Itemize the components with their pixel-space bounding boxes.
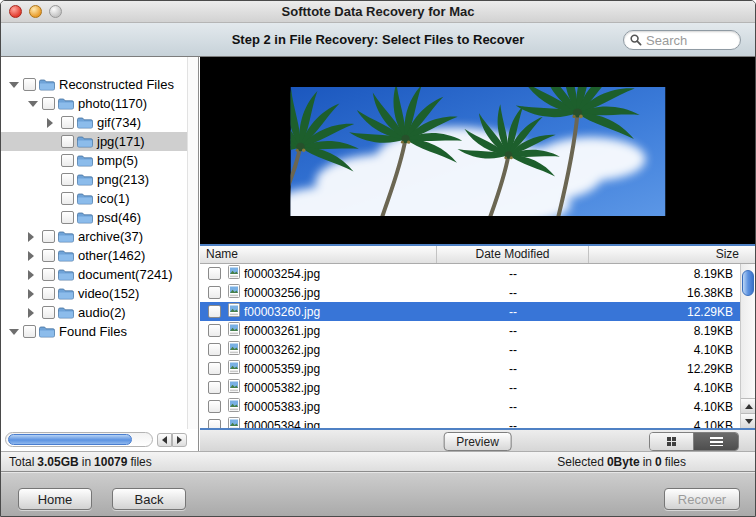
file-checkbox[interactable] [208,286,221,299]
tree-item-png-213[interactable]: png(213) [1,170,198,189]
tree-item-archive-37[interactable]: archive(37) [1,227,198,246]
file-checkbox[interactable] [208,267,221,280]
file-name: f00005382.jpg [244,381,320,395]
folder-icon [77,155,93,167]
tree-item-video-152[interactable]: video(152) [1,284,198,303]
search-input[interactable]: Search [623,30,741,50]
file-size: 12.29KB [589,305,755,319]
scroll-left-button[interactable] [157,433,172,447]
file-row-f00003261-jpg[interactable]: f00003261.jpg--8.19KB [200,321,755,340]
list-vertical-scrollbar[interactable] [740,264,755,428]
file-date-modified: -- [437,343,589,357]
view-grid-button[interactable] [650,433,694,450]
folder-checkbox[interactable] [42,97,55,110]
tree-item-document-7241[interactable]: document(7241) [1,265,198,284]
file-row-f00005384-jpg[interactable]: f00005384.jpg--4.10KB [200,416,755,428]
folder-checkbox[interactable] [42,287,55,300]
file-row-f00003254-jpg[interactable]: f00003254.jpg--8.19KB [200,264,755,283]
tree-item-label: psd(46) [97,210,141,225]
search-placeholder: Search [646,33,687,48]
disclosure-triangle-icon[interactable] [28,308,34,318]
tree-item-gif-734[interactable]: gif(734) [1,113,198,132]
folder-icon [58,231,74,243]
bottom-button-bar: Home Back Recover [1,472,755,517]
home-button[interactable]: Home [18,488,92,510]
disclosure-triangle-icon[interactable] [28,270,34,280]
file-checkbox[interactable] [208,343,221,356]
tree-item-ico-1[interactable]: ico(1) [1,189,198,208]
tree-item-found-files[interactable]: Found Files [1,322,198,341]
vertical-scrollbar-thumb[interactable] [742,270,754,296]
file-size: 12.29KB [589,362,755,376]
jpeg-file-icon [228,417,240,428]
file-checkbox[interactable] [208,324,221,337]
disclosure-triangle-icon[interactable] [9,329,19,335]
folder-checkbox[interactable] [61,154,74,167]
folder-icon [77,193,93,205]
file-list: f00003254.jpg--8.19KBf00003256.jpg--16.3… [200,264,755,428]
disclosure-triangle-icon[interactable] [28,289,34,299]
tree-item-label: video(152) [78,286,139,301]
column-header-date-modified[interactable]: Date Modified [437,246,589,263]
file-date-modified: -- [437,400,589,414]
folder-icon [58,98,74,110]
file-checkbox[interactable] [208,305,221,318]
tree-item-jpg-171[interactable]: jpg(171) [1,132,198,151]
file-row-f00003262-jpg[interactable]: f00003262.jpg--4.10KB [200,340,755,359]
column-header-name[interactable]: Name [200,246,437,263]
recover-button[interactable]: Recover [664,488,740,510]
file-checkbox[interactable] [208,362,221,375]
preview-image [290,87,665,216]
folder-checkbox[interactable] [42,268,55,281]
tree-item-label: other(1462) [78,248,145,263]
folder-checkbox[interactable] [61,211,74,224]
sidebar-vertical-scrollbar[interactable] [187,57,198,429]
file-size: 4.10KB [589,381,755,395]
tree-item-reconstructed-files[interactable]: Reconstructed Files [1,75,198,94]
disclosure-spacer [47,217,57,218]
file-row-f00003256-jpg[interactable]: f00003256.jpg--16.38KB [200,283,755,302]
file-checkbox[interactable] [208,381,221,394]
file-checkbox[interactable] [208,400,221,413]
jpeg-file-icon [228,341,240,355]
disclosure-triangle-icon[interactable] [28,232,34,242]
tree-item-psd-46[interactable]: psd(46) [1,208,198,227]
disclosure-triangle-icon[interactable] [47,118,53,128]
tree-item-audio-2[interactable]: audio(2) [1,303,198,322]
folder-icon [39,79,55,91]
file-row-f00005382-jpg[interactable]: f00005382.jpg--4.10KB [200,378,755,397]
file-size: 4.10KB [589,400,755,414]
folder-icon [58,269,74,281]
view-list-button[interactable] [694,433,738,450]
tree-item-label: audio(2) [78,305,126,320]
file-row-f00003260-jpg[interactable]: f00003260.jpg--12.29KB [200,302,755,321]
file-row-f00005383-jpg[interactable]: f00005383.jpg--4.10KB [200,397,755,416]
folder-checkbox[interactable] [42,230,55,243]
folder-checkbox[interactable] [23,325,36,338]
folder-checkbox[interactable] [42,249,55,262]
folder-checkbox[interactable] [61,135,74,148]
scroll-down-button[interactable] [741,413,756,428]
tree-item-bmp-5[interactable]: bmp(5) [1,151,198,170]
folder-checkbox[interactable] [23,78,36,91]
folder-checkbox[interactable] [61,116,74,129]
folder-checkbox[interactable] [42,306,55,319]
disclosure-triangle-icon[interactable] [9,82,19,88]
back-button[interactable]: Back [112,488,186,510]
folder-checkbox[interactable] [61,192,74,205]
disclosure-triangle-icon[interactable] [28,101,38,107]
folder-checkbox[interactable] [61,173,74,186]
file-checkbox[interactable] [208,419,221,428]
tree-item-other-1462[interactable]: other(1462) [1,246,198,265]
column-header-size[interactable]: Size [589,246,755,263]
tree-item-photo-1170[interactable]: photo(1170) [1,94,198,113]
horizontal-scrollbar-track[interactable] [5,432,153,447]
horizontal-scrollbar-thumb[interactable] [8,434,132,445]
preview-button[interactable]: Preview [443,432,512,451]
disclosure-triangle-icon[interactable] [28,251,34,261]
scroll-right-button[interactable] [172,433,187,447]
scroll-up-button[interactable] [741,398,756,413]
file-row-f00005359-jpg[interactable]: f00005359.jpg--12.29KB [200,359,755,378]
file-date-modified: -- [437,362,589,376]
folder-icon [77,117,93,129]
